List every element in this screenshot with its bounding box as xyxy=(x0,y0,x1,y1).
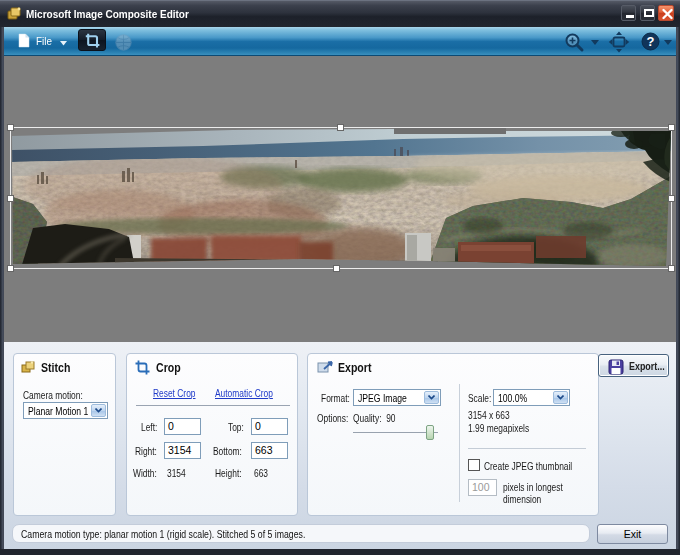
svg-text:?: ? xyxy=(647,34,655,49)
